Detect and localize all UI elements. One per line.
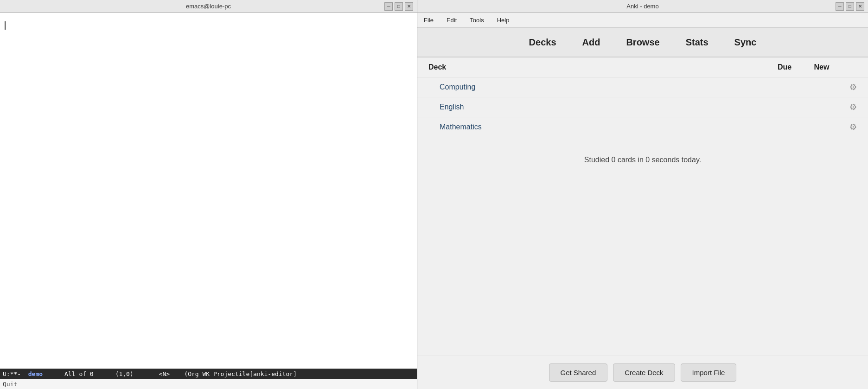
toolbar-btn-decks[interactable]: Decks [523, 33, 562, 51]
gear-icon[interactable]: ⚙ [840, 82, 857, 92]
new-column-header: New [803, 63, 840, 71]
emacs-status-prefix: U:**- [3, 370, 28, 377]
table-row[interactable]: English⚙ [417, 97, 868, 117]
due-column-header: Due [766, 63, 803, 71]
anki-toolbar: DecksAddBrowseStatsSync [417, 28, 868, 57]
anki-minimize-button[interactable]: ─ [836, 2, 844, 11]
emacs-titlebar: emacs@louie-pc ─ □ ✕ [0, 0, 417, 13]
menu-item-edit[interactable]: Edit [444, 15, 460, 26]
anki-window: Anki - demo ─ □ ✕ FileEditToolsHelp Deck… [417, 0, 868, 389]
anki-footer: Get SharedCreate DeckImport File [417, 356, 868, 389]
footer-btn-create-deck[interactable]: Create Deck [613, 363, 675, 382]
deck-rows: Computing⚙English⚙Mathematics⚙ [417, 77, 868, 137]
emacs-window-controls: ─ □ ✕ [384, 2, 413, 11]
emacs-minimize-button[interactable]: ─ [384, 2, 393, 11]
deck-list-header: Deck Due New [417, 57, 868, 77]
anki-maximize-button[interactable]: □ [846, 2, 854, 11]
deck-name: Computing [440, 83, 766, 91]
toolbar-btn-sync[interactable]: Sync [729, 33, 762, 51]
deck-column-header: Deck [428, 63, 766, 71]
studied-text: Studied 0 cards in 0 seconds today. [417, 137, 868, 183]
toolbar-btn-stats[interactable]: Stats [680, 33, 714, 51]
footer-btn-import-file[interactable]: Import File [681, 363, 737, 382]
deck-name: English [440, 103, 766, 111]
footer-btn-get-shared[interactable]: Get Shared [549, 363, 608, 382]
emacs-statusbar: U:**- demo All of 0 (1,0) <N> (Org WK Pr… [0, 369, 417, 379]
emacs-window: emacs@louie-pc ─ □ ✕ U:**- demo All of 0… [0, 0, 417, 389]
emacs-status-demo: demo [28, 370, 43, 377]
emacs-minibuffer: Quit [0, 379, 417, 389]
menu-item-tools[interactable]: Tools [467, 15, 486, 26]
emacs-close-button[interactable]: ✕ [405, 2, 413, 11]
anki-close-button[interactable]: ✕ [856, 2, 864, 11]
emacs-cursor [5, 21, 6, 30]
table-row[interactable]: Computing⚙ [417, 77, 868, 97]
anki-main: Deck Due New Computing⚙English⚙Mathemati… [417, 57, 868, 356]
anki-titlebar: Anki - demo ─ □ ✕ [417, 0, 868, 13]
anki-window-controls: ─ □ ✕ [836, 2, 864, 11]
emacs-maximize-button[interactable]: □ [395, 2, 403, 11]
emacs-title: emacs@louie-pc [186, 3, 231, 10]
emacs-status-rest: All of 0 (1,0) <N> (Org WK Projectile[an… [43, 370, 297, 377]
gear-icon[interactable]: ⚙ [840, 102, 857, 112]
emacs-body[interactable] [0, 13, 417, 369]
deck-name: Mathematics [440, 123, 766, 131]
anki-title: Anki - demo [626, 3, 658, 10]
anki-menubar: FileEditToolsHelp [417, 13, 868, 28]
emacs-minibuffer-text: Quit [3, 381, 17, 388]
menu-item-help[interactable]: Help [494, 15, 512, 26]
toolbar-btn-browse[interactable]: Browse [620, 33, 665, 51]
gear-icon[interactable]: ⚙ [840, 122, 857, 132]
toolbar-btn-add[interactable]: Add [577, 33, 606, 51]
menu-item-file[interactable]: File [421, 15, 436, 26]
table-row[interactable]: Mathematics⚙ [417, 117, 868, 137]
